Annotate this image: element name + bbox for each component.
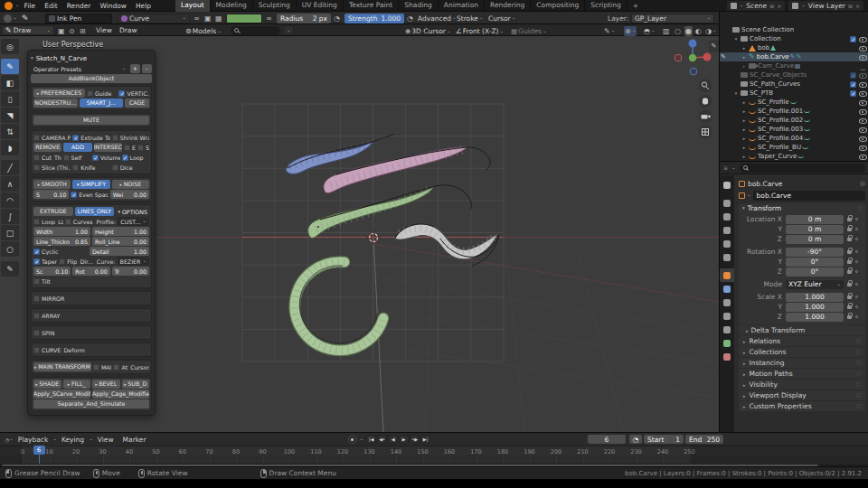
outliner-item-sc-profile-003[interactable]: ▸SC_Profile.003: [720, 125, 868, 134]
scene-selector[interactable]: ⌄ Scene ⊞ ×: [727, 1, 786, 11]
vertex-color-mode-icon[interactable]: ▦: [215, 14, 222, 23]
cut-through-checkbox[interactable]: Cut_Th...: [33, 155, 61, 161]
outliner-item-cam-carve[interactable]: ▸Cam_Carve: [720, 61, 868, 70]
tool-draw-button[interactable]: ✎: [1, 59, 19, 74]
overlays-toggle-icon[interactable]: ◓⌄: [644, 26, 656, 36]
transform-value-field[interactable]: 1.000: [786, 313, 844, 322]
radius-pressure-icon[interactable]: ◔: [334, 14, 340, 23]
expand-caret-icon[interactable]: ▸: [741, 154, 748, 159]
material-link-icon[interactable]: ∞: [193, 14, 200, 23]
outliner-item-sc-carve-objects[interactable]: SC_Carve_Objects: [720, 70, 868, 80]
options-toggle[interactable]: OPTIONS: [116, 209, 149, 215]
mirror-checkbox[interactable]: MIRROR: [33, 296, 149, 302]
nondestructive-button[interactable]: NONDESTRU...: [33, 99, 78, 108]
curve-deform-checkbox[interactable]: CURVE_Deform: [33, 347, 149, 353]
tool-erase-button[interactable]: ▯: [1, 91, 19, 107]
transform-value-field[interactable]: 0 m: [786, 215, 844, 224]
fill-button[interactable]: FILL_: [63, 380, 91, 389]
tool-cursor-button[interactable]: ◎: [1, 39, 19, 54]
radius-slider[interactable]: Radius2 px: [277, 14, 331, 23]
blender-logo-icon[interactable]: [5, 2, 13, 10]
outliner-item-sc-ptb[interactable]: ▾SC_PTB: [720, 89, 868, 98]
visibility-eye-icon[interactable]: [858, 153, 866, 161]
outliner-item-sc-profile[interactable]: ▸SC_Profile: [720, 98, 868, 107]
properties-tab-object[interactable]: [720, 268, 734, 282]
section-collections[interactable]: Collections∷: [739, 347, 865, 357]
keying-caret-icon[interactable]: ⌄: [360, 436, 364, 442]
annotation-tool-icon[interactable]: ✎⌄: [604, 26, 615, 36]
transform-value-field[interactable]: XYZ Euler⌄: [786, 280, 844, 289]
properties-tab-particles[interactable]: [720, 296, 734, 309]
view-menu[interactable]: View: [92, 24, 116, 36]
mute-button[interactable]: MUTE: [33, 116, 149, 125]
palette-link-icon[interactable]: ∞: [266, 14, 272, 23]
use-preview-range-icon[interactable]: ◔: [629, 435, 642, 444]
s-checkbox[interactable]: S: [137, 145, 149, 151]
outliner-item-bob[interactable]: ▸bob: [720, 43, 868, 52]
visibility-eye-icon[interactable]: [858, 144, 866, 152]
workspace-tab-shading[interactable]: Shading: [399, 0, 438, 12]
viewport-nav-buttons[interactable]: [699, 80, 712, 139]
section-custom-properties[interactable]: Custom Properties∷: [739, 401, 865, 411]
visibility-eye-icon[interactable]: [858, 44, 866, 52]
jump-to-start-button[interactable]: |◀: [366, 435, 376, 444]
curves-checkbox[interactable]: Curves: [65, 219, 95, 225]
stroke-dropdown[interactable]: Stroke⌄: [457, 14, 484, 23]
lock-icon[interactable]: [847, 238, 852, 241]
e-checkbox[interactable]: E: [124, 145, 136, 151]
xray-toggle-icon[interactable]: ▥: [663, 26, 670, 36]
properties-tab-view-layer[interactable]: [720, 223, 734, 237]
visibility-eye-icon[interactable]: [858, 117, 866, 125]
workspace-tab-texture-paint[interactable]: Texture Paint: [344, 0, 399, 12]
properties-tab-material[interactable]: [720, 350, 734, 363]
search-options-dropdown[interactable]: ⌄: [283, 25, 294, 35]
workspace-tab-uv-editing[interactable]: UV Editing: [297, 0, 344, 12]
expand-caret-icon[interactable]: ▸: [741, 117, 748, 123]
stroke-object-green[interactable]: [308, 185, 472, 239]
menu-edit[interactable]: Edit: [40, 2, 62, 10]
taper-rotation-slider[interactable]: Rot0.00: [72, 267, 109, 276]
new-scene-icon[interactable]: ⊞: [769, 3, 774, 9]
expand-caret-icon[interactable]: ▸: [741, 108, 748, 114]
volume-checkbox[interactable]: Volume: [92, 155, 120, 161]
material-selector[interactable]: Curve ⌄: [118, 14, 190, 23]
guides-dropdown[interactable]: ▦Guides⌄: [511, 26, 547, 36]
preferences-button[interactable]: PREFERENCES: [33, 89, 85, 98]
lock-icon[interactable]: [847, 250, 852, 254]
height-slider[interactable]: Height1.00: [92, 227, 149, 236]
lock-icon[interactable]: [847, 315, 852, 319]
outliner-item-sc-path-curves[interactable]: SC_Path_Curves: [720, 80, 868, 89]
stroke-object-gray[interactable]: [395, 224, 499, 266]
transform-value-field[interactable]: 0°: [786, 267, 844, 277]
transform-value-field[interactable]: 1.000: [786, 303, 844, 312]
curve-type-dropdown[interactable]: BEZIER⌄: [118, 257, 149, 266]
animate-dot-icon[interactable]: [855, 270, 858, 273]
delta-transform-section[interactable]: Delta Transform: [739, 325, 865, 335]
jump-to-end-button[interactable]: ▶|: [420, 435, 430, 444]
expand-caret-icon[interactable]: ▸: [741, 45, 748, 51]
subd-button[interactable]: SUB_D: [122, 380, 150, 389]
visibility-eye-icon[interactable]: [858, 53, 866, 61]
next-keyframe-button[interactable]: •▶: [410, 435, 420, 444]
expand-caret-icon[interactable]: ▸: [741, 136, 748, 141]
guide-checkbox[interactable]: Guide: [87, 90, 118, 97]
expand-caret-icon[interactable]: ▸: [741, 63, 748, 69]
collection-include-checkbox[interactable]: [850, 90, 856, 97]
menu-help[interactable]: Help: [131, 2, 156, 10]
properties-tab-modifiers[interactable]: [720, 282, 734, 296]
detail-slider[interactable]: Detail1.00: [90, 247, 149, 256]
tool-line-button[interactable]: ╱: [1, 160, 19, 175]
spin-checkbox[interactable]: SPIN: [33, 330, 149, 336]
pivot-dropdown[interactable]: ⊕3D Cursor⌄: [405, 26, 451, 36]
animate-dot-icon[interactable]: [855, 228, 858, 230]
outliner-item-sc-profile-bu[interactable]: ▸SC_Profile_BU: [720, 143, 868, 152]
shading-material-icon[interactable]: ◐: [695, 26, 702, 36]
strength-slider[interactable]: Strength1.000: [344, 14, 404, 23]
gp-layer-dropdown[interactable]: GP_Layer⌄: [631, 14, 714, 23]
workspace-tab-scripting[interactable]: Scripting: [585, 0, 627, 12]
visibility-eye-icon[interactable]: [858, 89, 866, 98]
tool-circle-button[interactable]: ○: [1, 241, 19, 257]
tool-interpolate-button[interactable]: ⇅: [1, 124, 19, 139]
separate-and-simulate-button[interactable]: Separate_And_Simulate: [33, 399, 149, 408]
visibility-eye-icon[interactable]: [858, 126, 866, 134]
